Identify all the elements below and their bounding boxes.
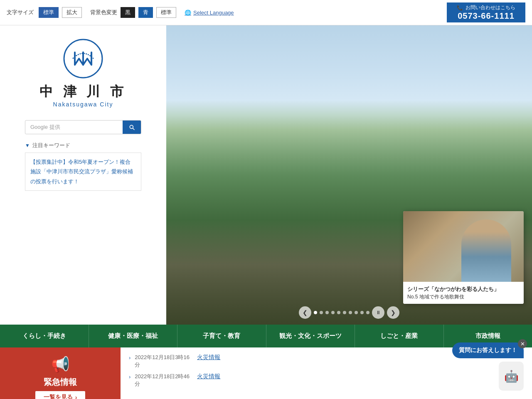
top-bar-left: 文字サイズ 標準 拡大 背景色変更 黒 青 標準 🌐 Select Langua… <box>7 7 443 18</box>
chevron-right-icon: › <box>75 394 77 399</box>
news-link-1[interactable]: 火災情報 <box>197 373 220 380</box>
slide-dot-9[interactable] <box>360 311 364 314</box>
keyword-section: ▼ 注目キーワード 【投票集計中】令和5年夏オープン！複合施設「中津川市市民交流… <box>25 142 141 191</box>
city-name-en: Nakatsugawa City <box>53 101 113 108</box>
search-form: Google 提供 <box>25 120 141 134</box>
slide-dot-3[interactable] <box>325 311 329 314</box>
slide-dot-7[interactable] <box>349 311 352 314</box>
search-area: Google 提供 <box>25 120 141 134</box>
phone-row: 📞 お問い合わせはこちら <box>457 4 515 11</box>
slide-pause-button[interactable]: ⏸ <box>372 306 384 319</box>
chatbot-close-button[interactable]: ✕ <box>518 339 527 348</box>
slide-dot-5[interactable] <box>337 311 340 314</box>
triangle-icon: ▼ <box>25 143 30 148</box>
chatbot-wrapper: 質問にお答えします！ ✕ <box>452 342 524 358</box>
chat-robot[interactable]: 🤖 <box>499 362 524 391</box>
city-logo <box>62 38 104 79</box>
font-large-button[interactable]: 拡大 <box>62 7 82 18</box>
slide-dot-8[interactable] <box>355 311 358 314</box>
contact-label: お問い合わせはこちら <box>466 4 515 11</box>
video-thumbnail[interactable]: シリーズ「なかつがわを彩る人たち」 No.5 地域で作る地歌舞伎 <box>403 211 524 304</box>
arrow-left-icon: ❮ <box>303 309 308 316</box>
google-label: Google 提供 <box>27 123 60 131</box>
slide-dot-6[interactable] <box>343 311 346 314</box>
search-input[interactable] <box>60 121 123 134</box>
slide-dot-10[interactable] <box>366 311 369 314</box>
contact-area: 📞 お問い合わせはこちら 0573-66-1111 <box>447 2 525 22</box>
chat-bubble[interactable]: 質問にお答えします！ <box>452 342 524 358</box>
arrow-right-icon: ❯ <box>391 309 396 316</box>
video-title-line2: No.5 地域で作る地歌舞伎 <box>407 293 520 300</box>
globe-icon: 🌐 <box>185 10 191 16</box>
keyword-title: ▼ 注目キーワード <box>25 142 141 149</box>
video-caption: シリーズ「なかつがわを彩る人たち」 No.5 地域で作る地歌舞伎 <box>403 282 524 304</box>
robot-icon: 🤖 <box>504 369 519 383</box>
nav-item-0[interactable]: くらし・手続き <box>0 325 89 347</box>
bg-standard-button[interactable]: 標準 <box>156 7 176 18</box>
nav-item-1[interactable]: 健康・医療・福祉 <box>89 325 178 347</box>
pause-icon: ⏸ <box>376 310 381 315</box>
hero-area: シリーズ「なかつがわを彩る人たち」 No.5 地域で作る地歌舞伎 ❮ ⏸ ❯ <box>166 25 532 325</box>
news-arrow-icon-0: › <box>129 355 131 361</box>
logo-area: 中 津 川 市 Nakatsugawa City <box>39 38 127 108</box>
emergency-left: 📢 緊急情報 一覧を見る › <box>0 347 121 399</box>
slide-controls: ❮ ⏸ ❯ <box>299 306 399 319</box>
lang-label: Select Language <box>193 10 234 16</box>
chatbot: 質問にお答えします！ ✕ 🤖 <box>452 342 524 391</box>
nav-item-2[interactable]: 子育て・教育 <box>177 325 266 347</box>
font-standard-button[interactable]: 標準 <box>39 7 59 18</box>
slide-dot-4[interactable] <box>331 311 335 314</box>
select-language-button[interactable]: 🌐 Select Language <box>185 10 234 16</box>
emergency-list-button[interactable]: 一覧を見る › <box>35 391 86 399</box>
bg-change-label: 背景色変更 <box>90 9 117 16</box>
keyword-label: 注目キーワード <box>32 142 70 149</box>
top-bar: 文字サイズ 標準 拡大 背景色変更 黒 青 標準 🌐 Select Langua… <box>0 0 532 25</box>
emergency-title: 緊急情報 <box>44 377 77 388</box>
megaphone-icon: 📢 <box>51 356 70 373</box>
slide-next-button[interactable]: ❯ <box>387 306 399 319</box>
search-icon <box>128 124 135 131</box>
bg-blue-button[interactable]: 青 <box>138 7 153 18</box>
slide-dot-2[interactable] <box>320 311 323 314</box>
phone-icon: 📞 <box>457 5 463 11</box>
video-title-line1: シリーズ「なかつがわを彩る人たち」 <box>407 285 520 293</box>
keyword-item-0: 【投票集計中】令和5年夏オープン！複合施設「中津川市市民交流プラザ」愛称候補の投… <box>30 159 133 185</box>
nav-item-4[interactable]: しごと・産業 <box>355 325 444 347</box>
news-link-0[interactable]: 火災情報 <box>197 354 220 361</box>
sidebar: 中 津 川 市 Nakatsugawa City Google 提供 ▼ 注目キ… <box>0 25 166 325</box>
video-person <box>461 219 511 282</box>
search-button[interactable] <box>123 121 141 134</box>
news-date-0: 2022年12月18日3時16分 <box>135 354 193 369</box>
news-date-1: 2022年12月18日2時46分 <box>135 373 193 388</box>
city-name-ja: 中 津 川 市 <box>39 83 127 101</box>
bg-black-button[interactable]: 黒 <box>121 7 135 18</box>
phone-number: 0573-66-1111 <box>458 11 515 21</box>
news-arrow-icon-1: › <box>129 374 131 380</box>
main-header: 中 津 川 市 Nakatsugawa City Google 提供 ▼ 注目キ… <box>0 25 532 325</box>
video-image <box>403 211 524 282</box>
font-size-label: 文字サイズ <box>7 9 34 16</box>
slide-prev-button[interactable]: ❮ <box>299 306 311 319</box>
keyword-box[interactable]: 【投票集計中】令和5年夏オープン！複合施設「中津川市市民交流プラザ」愛称候補の投… <box>25 153 141 191</box>
nav-item-3[interactable]: 観光・文化・スポーツ <box>266 325 355 347</box>
emergency-btn-label: 一覧を見る <box>44 394 73 399</box>
slide-dot-1[interactable] <box>314 311 317 314</box>
